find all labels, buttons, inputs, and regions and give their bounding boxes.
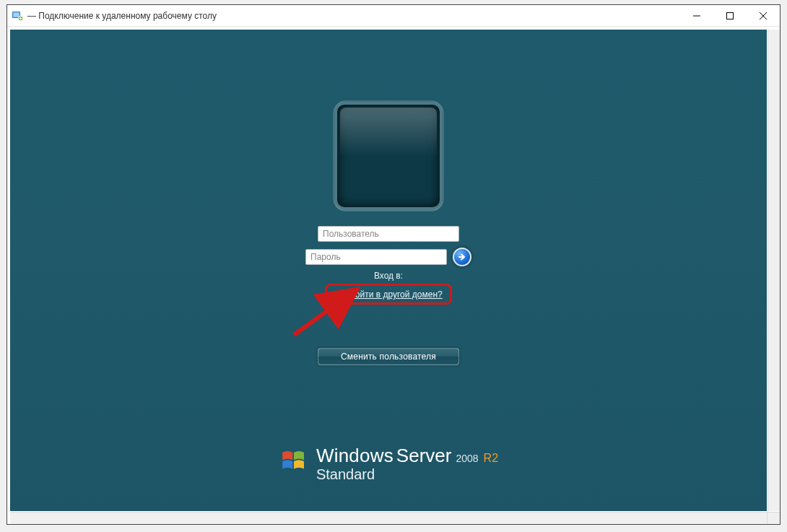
rdp-icon — [12, 10, 23, 22]
brand-edition: Standard — [316, 467, 498, 482]
annotation-highlight: Как войти в другой домен? — [325, 284, 451, 305]
remote-desktop-viewport: Вход в: Как войти в другой домен? Сменит… — [10, 30, 767, 511]
username-input[interactable] — [318, 226, 459, 242]
titlebar[interactable]: — Подключение к удаленному рабочему стол… — [7, 5, 780, 27]
svg-rect-3 — [727, 12, 734, 19]
vertical-scrollbar[interactable] — [768, 30, 780, 511]
brand-year: 2008 — [456, 453, 478, 464]
switch-user-button[interactable]: Сменить пользователя — [318, 348, 459, 365]
rdp-window: — Подключение к удаленному рабочему стол… — [6, 4, 781, 525]
svg-rect-1 — [13, 12, 19, 17]
submit-button[interactable] — [453, 248, 471, 266]
horizontal-scrollbar[interactable] — [10, 512, 780, 524]
window-controls — [680, 5, 780, 27]
login-to-label: Вход в: — [374, 271, 403, 281]
brand-server: Server — [396, 446, 452, 466]
close-button[interactable] — [747, 5, 780, 27]
content-area: Вход в: Как войти в другой домен? Сменит… — [7, 27, 780, 524]
password-input[interactable] — [305, 249, 447, 265]
maximize-button[interactable] — [713, 5, 747, 27]
os-branding: Windows Server 2008 R2 Standard — [279, 446, 498, 482]
windows-flag-icon — [279, 446, 309, 476]
window-title: — Подключение к удаленному рабочему стол… — [27, 11, 217, 21]
brand-r2: R2 — [484, 453, 498, 465]
other-domain-link[interactable]: Как войти в другой домен? — [334, 289, 442, 300]
login-panel: Вход в: Как войти в другой домен? Сменит… — [305, 102, 471, 365]
brand-windows: Windows — [316, 446, 394, 466]
minimize-button[interactable] — [680, 5, 713, 27]
user-avatar-frame — [334, 102, 443, 210]
